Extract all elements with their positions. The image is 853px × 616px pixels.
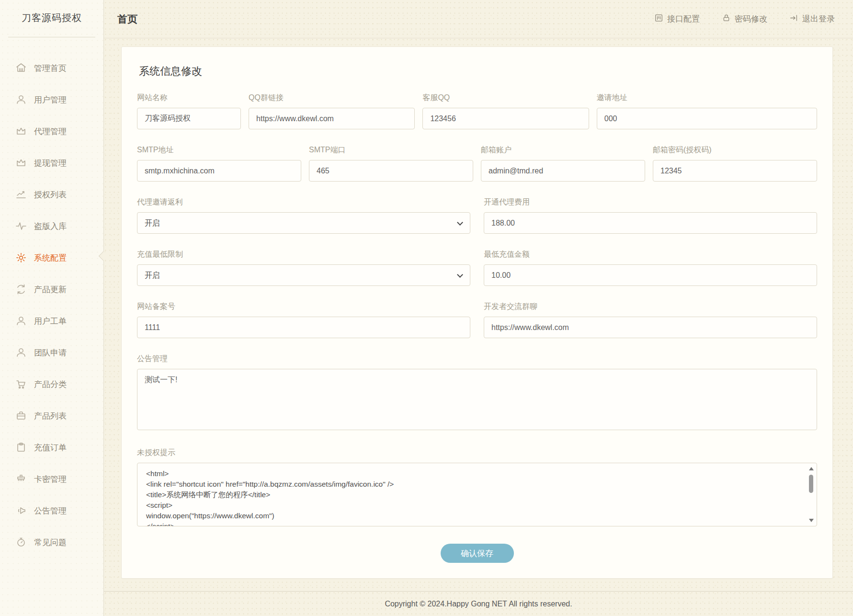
form-row-recharge: 充值最低限制 开启 最低充值金额 [137, 250, 817, 286]
form-row-agent: 代理邀请返利 开启 开通代理费用 [137, 197, 817, 234]
sidebar-item-label: 提现管理 [34, 158, 67, 169]
sidebar-item-product-update[interactable]: 产品更新 [0, 274, 103, 305]
field-agent-open-fee: 开通代理费用 [484, 197, 817, 234]
service-qq-input[interactable] [422, 108, 589, 129]
email-account-input[interactable] [481, 160, 645, 182]
sidebar-item-label: 产品更新 [34, 284, 67, 295]
password-change-label: 密码修改 [735, 13, 767, 24]
sidebar-item-admin-home[interactable]: 管理首页 [0, 52, 103, 84]
sidebar-item-user-management[interactable]: 用户管理 [0, 84, 103, 115]
field-announcement: 公告管理 测试一下! [137, 354, 817, 432]
scrollbar-thumb[interactable] [809, 475, 813, 493]
agent-open-fee-input[interactable] [484, 212, 817, 234]
pulse-icon [15, 220, 27, 232]
sidebar-item-label: 系统配置 [34, 252, 67, 263]
sidebar-item-label: 产品列表 [34, 411, 67, 422]
chart-icon [15, 189, 27, 200]
recharge-min-limit-select-wrap: 开启 [137, 264, 470, 286]
qq-group-link-input[interactable] [249, 108, 415, 129]
form-row-announcement: 公告管理 测试一下! [137, 354, 817, 432]
announcement-label: 公告管理 [137, 354, 817, 364]
topbar-actions: 接口配置 密码修改 退出登录 [654, 13, 835, 25]
field-recharge-min-limit: 充值最低限制 开启 [137, 250, 470, 286]
lock-icon [722, 13, 731, 25]
agent-rebate-select-wrap: 开启 [137, 212, 470, 234]
sidebar-item-announcement-management[interactable]: 公告管理 [0, 495, 103, 526]
field-qq-group-link: QQ群链接 [249, 93, 415, 129]
qq-group-link-label: QQ群链接 [249, 93, 415, 103]
sidebar-item-team-application[interactable]: 团队申请 [0, 337, 103, 368]
sidebar-item-label: 授权列表 [34, 189, 67, 200]
email-password-input[interactable] [653, 160, 817, 182]
sidebar-item-label: 产品分类 [34, 379, 67, 390]
sidebar-item-recharge-orders[interactable]: 充值订单 [0, 432, 103, 463]
field-agent-rebate: 代理邀请返利 开启 [137, 197, 470, 234]
sidebar-item-agent-management[interactable]: 代理管理 [0, 115, 103, 147]
save-button[interactable]: 确认保存 [441, 544, 514, 563]
sidebar-item-label: 用户工单 [34, 316, 67, 327]
unauthorized-tip-textarea[interactable]: <html> <link rel="shortcut icon" href="h… [137, 463, 817, 526]
sidebar-item-label: 卡密管理 [34, 474, 67, 485]
developer-group-input[interactable] [484, 317, 817, 338]
api-config-label: 接口配置 [667, 13, 700, 24]
smtp-address-input[interactable] [137, 160, 301, 182]
field-smtp-port: SMTP端口 [309, 145, 473, 182]
vertical-scrollbar[interactable] [808, 467, 814, 522]
button-row: 确认保存 [137, 540, 817, 576]
user-icon [15, 347, 27, 358]
scroll-up-icon[interactable] [809, 467, 814, 470]
sidebar-item-label: 用户管理 [34, 94, 67, 105]
sidebar-item-authorization-list[interactable]: 授权列表 [0, 179, 103, 210]
email-password-label: 邮箱密码(授权码) [653, 145, 817, 155]
min-recharge-amount-input[interactable] [484, 264, 817, 286]
invite-address-input[interactable] [597, 108, 817, 129]
smtp-port-input[interactable] [309, 160, 473, 182]
refresh-icon [15, 284, 27, 295]
admin-screen: 刀客源码授权 管理首页 用户管理 代理管理 提现管理 授权列表 [0, 0, 853, 616]
password-change-button[interactable]: 密码修改 [722, 13, 767, 25]
min-recharge-amount-label: 最低充值金额 [484, 250, 817, 260]
field-smtp-address: SMTP地址 [137, 145, 301, 182]
briefcase-icon [15, 410, 27, 422]
field-unauthorized-tip: 未授权提示 <html> <link rel="shortcut icon" h… [137, 448, 817, 526]
sidebar-item-system-config[interactable]: 系统配置 [0, 242, 103, 274]
sidebar-item-user-tickets[interactable]: 用户工单 [0, 305, 103, 337]
sidebar-item-card-key-management[interactable]: 卡密管理 [0, 463, 103, 495]
agent-rebate-select[interactable]: 开启 [137, 212, 470, 234]
main-content: 系统信息修改 网站名称 QQ群链接 客服QQ 邀请地 [104, 38, 853, 591]
sidebar-item-product-category[interactable]: 产品分类 [0, 368, 103, 400]
megaphone-icon [15, 505, 27, 516]
sidebar-item-label: 团队申请 [34, 347, 67, 358]
logout-label: 退出登录 [802, 13, 835, 24]
home-icon [15, 62, 27, 74]
agent-rebate-label: 代理邀请返利 [137, 197, 470, 207]
cart-icon [15, 378, 27, 390]
sidebar: 刀客源码授权 管理首页 用户管理 代理管理 提现管理 授权列表 [0, 0, 104, 616]
clipboard-icon [15, 442, 27, 453]
sidebar-item-label: 管理首页 [34, 63, 67, 74]
sidebar-item-pirated-storage[interactable]: 盗版入库 [0, 210, 103, 242]
recharge-min-limit-select[interactable]: 开启 [137, 264, 470, 286]
scroll-down-icon[interactable] [809, 519, 814, 522]
sidebar-item-label: 盗版入库 [34, 221, 67, 232]
api-config-icon [654, 13, 663, 25]
page-title: 首页 [117, 12, 137, 26]
site-name-input[interactable] [137, 108, 241, 129]
logout-button[interactable]: 退出登录 [789, 13, 835, 25]
field-service-qq: 客服QQ [422, 93, 589, 129]
sidebar-item-product-list[interactable]: 产品列表 [0, 400, 103, 432]
system-info-panel: 系统信息修改 网站名称 QQ群链接 客服QQ 邀请地 [121, 46, 833, 579]
gear-icon [15, 252, 27, 263]
content-column: 首页 接口配置 密码修改 退出登录 系统信息修改 [104, 0, 853, 616]
agent-open-fee-label: 开通代理费用 [484, 197, 817, 207]
icp-number-label: 网站备案号 [137, 302, 470, 312]
sidebar-item-faq[interactable]: 常见问题 [0, 526, 103, 558]
sidebar-item-withdraw-management[interactable]: 提现管理 [0, 147, 103, 179]
icp-number-input[interactable] [137, 317, 470, 338]
announcement-textarea[interactable]: 测试一下! [137, 369, 817, 430]
logout-icon [789, 13, 798, 25]
service-qq-label: 客服QQ [422, 93, 589, 103]
brush-icon [15, 473, 27, 485]
form-title: 系统信息修改 [139, 64, 817, 79]
api-config-button[interactable]: 接口配置 [654, 13, 700, 25]
